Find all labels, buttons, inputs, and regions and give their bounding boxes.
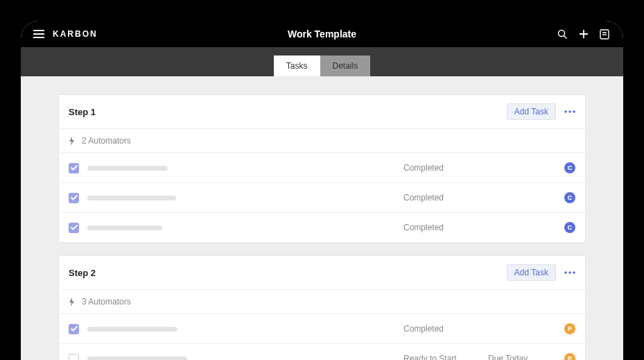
task-row: CompletedP: [59, 314, 585, 344]
svg-point-10: [573, 271, 575, 274]
automators-row: 2 Automators: [59, 129, 585, 153]
task-status: Completed: [403, 324, 480, 334]
placeholder-bar: [87, 196, 176, 200]
page-title: Work Template: [21, 28, 623, 40]
task-status: Completed: [403, 193, 480, 203]
app-frame: KARBON Work Template Tasks Details Step …: [21, 21, 623, 360]
task-title-placeholder: [87, 225, 395, 230]
top-actions: [557, 29, 609, 40]
placeholder-bar: [87, 357, 187, 361]
svg-point-6: [568, 110, 571, 113]
svg-point-7: [573, 110, 575, 113]
placeholder-bar: [87, 327, 177, 332]
assignee-avatar[interactable]: C: [564, 222, 575, 233]
placeholder-bar: [87, 225, 162, 230]
step-title: Step 2: [69, 268, 96, 278]
placeholder-bar: [87, 166, 168, 171]
menu-icon[interactable]: [33, 30, 44, 38]
bolt-icon: [69, 137, 75, 146]
task-checkbox[interactable]: [69, 223, 79, 233]
task-status: Ready to Start: [403, 354, 480, 360]
more-icon[interactable]: [564, 110, 575, 113]
assignee-avatar[interactable]: P: [564, 323, 575, 334]
svg-point-9: [568, 271, 571, 274]
step-card: Step 1Add Task2 AutomatorsCompletedCComp…: [58, 94, 586, 243]
task-row: CompletedC: [59, 213, 585, 242]
tab-details[interactable]: Details: [320, 55, 371, 76]
svg-point-8: [564, 271, 567, 274]
task-title-placeholder: [87, 196, 395, 200]
step-header: Step 2Add Task: [59, 256, 585, 290]
step-header: Step 1Add Task: [59, 95, 585, 129]
step-card: Step 2Add Task3 AutomatorsCompletedPRead…: [58, 255, 586, 360]
content-area: Step 1Add Task2 AutomatorsCompletedCComp…: [21, 76, 623, 360]
tabstrip: Tasks Details: [21, 47, 623, 76]
task-status: Completed: [403, 223, 480, 232]
task-due: Due Today: [488, 354, 550, 360]
assignee-avatar[interactable]: P: [564, 353, 575, 360]
task-checkbox[interactable]: [69, 193, 79, 203]
tab-tasks[interactable]: Tasks: [274, 55, 320, 76]
task-checkbox[interactable]: [69, 163, 79, 173]
svg-point-0: [559, 30, 565, 36]
bolt-icon: [69, 298, 75, 307]
brand: KARBON: [53, 29, 98, 39]
svg-line-1: [564, 35, 567, 38]
task-row: Ready to StartDue TodayP: [59, 344, 585, 360]
search-icon[interactable]: [557, 29, 568, 40]
task-title-placeholder: [87, 166, 395, 171]
task-row: CompletedC: [59, 183, 585, 213]
add-task-button[interactable]: Add Task: [507, 103, 556, 120]
automators-count: 2 Automators: [82, 136, 131, 146]
task-checkbox[interactable]: [69, 324, 79, 334]
assignee-avatar[interactable]: C: [564, 192, 575, 203]
automators-row: 3 Automators: [59, 290, 585, 314]
task-status: Completed: [403, 163, 480, 173]
more-icon[interactable]: [564, 271, 575, 274]
add-task-button[interactable]: Add Task: [507, 264, 556, 281]
task-title-placeholder: [87, 327, 395, 332]
step-title: Step 1: [69, 107, 96, 117]
automators-count: 3 Automators: [82, 297, 131, 307]
add-icon[interactable]: [579, 29, 589, 39]
task-title-placeholder: [87, 357, 395, 361]
assignee-avatar[interactable]: C: [564, 162, 575, 173]
topbar: KARBON Work Template: [21, 21, 623, 47]
task-checkbox[interactable]: [69, 354, 79, 361]
task-row: CompletedC: [59, 153, 585, 183]
svg-point-5: [564, 110, 567, 113]
note-icon[interactable]: [600, 29, 609, 40]
